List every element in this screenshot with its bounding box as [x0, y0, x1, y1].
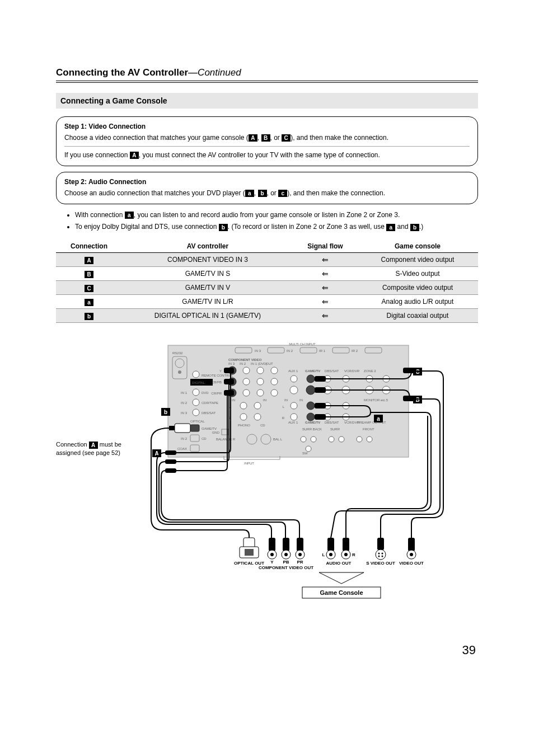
svg-point-157	[298, 553, 302, 556]
svg-text:IN 1: IN 1	[181, 391, 188, 395]
cell-flow: ⇐	[293, 309, 357, 323]
step1-line2-post: , you must connect the AV controller to …	[139, 151, 380, 159]
svg-text:IN 2: IN 2	[181, 437, 188, 440]
th-av: AV controller	[122, 240, 293, 253]
svg-point-37	[193, 389, 199, 396]
svg-text:DIGITAL: DIGITAL	[192, 381, 205, 384]
svg-text:IN: IN	[284, 398, 288, 402]
svg-text:IN 2: IN 2	[181, 401, 188, 405]
badge-b: b	[410, 224, 419, 231]
cell-connection: b	[56, 309, 122, 323]
svg-text:GAME/TV: GAME/TV	[202, 427, 217, 430]
svg-point-28	[243, 389, 250, 396]
note-text: .)	[419, 223, 423, 231]
svg-point-31	[257, 389, 264, 396]
svg-point-174	[382, 553, 383, 555]
cell-flow: ⇐	[293, 267, 357, 281]
svg-point-90	[307, 402, 315, 410]
step2-line1-post: ), and then make the connection.	[287, 189, 385, 197]
table-row: bDIGITAL OPTICAL IN 1 (GAME/TV)⇐Digital …	[56, 309, 478, 323]
svg-point-55	[193, 371, 199, 378]
wiring-svg: RS232 IN 3 IN 2 IR 1 IR 2 MULTI CH INPUT…	[134, 340, 448, 608]
badge-b: b	[258, 190, 267, 197]
svg-text:BALANCE R: BALANCE R	[216, 438, 236, 441]
svg-text:a: a	[377, 416, 380, 422]
badge-a: a	[386, 224, 395, 231]
note-text: . (To record or listen in Zone 2 or Zone…	[228, 223, 386, 231]
svg-text:INPUT: INPUT	[244, 462, 254, 465]
cell-av: GAME/TV IN S	[122, 267, 293, 281]
conn-badge: a	[85, 299, 93, 306]
connection-table: Connection AV controller Signal flow Gam…	[56, 240, 478, 323]
svg-point-167	[344, 553, 348, 556]
svg-text:CD: CD	[202, 437, 207, 440]
svg-rect-147	[245, 549, 254, 556]
svg-point-180	[410, 553, 413, 556]
notes-list: With connection a, you can listen to and…	[56, 210, 478, 232]
cell-gc: Component video output	[357, 253, 478, 267]
page-number: 39	[56, 643, 478, 658]
svg-text:COAX: COAX	[177, 447, 187, 450]
caption-text: Connection	[56, 441, 89, 448]
th-flow: Signal flow	[293, 240, 357, 253]
cell-av: DIGITAL OPTICAL IN 1 (GAME/TV)	[122, 309, 293, 323]
svg-text:PB: PB	[283, 560, 289, 565]
note-text: With connection	[75, 211, 125, 219]
svg-rect-162	[327, 538, 334, 551]
svg-point-81	[291, 375, 297, 382]
svg-rect-124	[169, 426, 175, 430]
svg-text:VCR/DVR: VCR/DVR	[344, 369, 360, 373]
svg-text:VIDEO OUT: VIDEO OUT	[399, 561, 424, 566]
svg-text:SW: SW	[302, 452, 308, 455]
svg-text:PHONO: PHONO	[238, 424, 250, 427]
badge-a: a	[245, 190, 254, 197]
step1-line1-post: ), and then make the connection.	[291, 134, 388, 142]
svg-point-26	[243, 367, 250, 374]
svg-text:IR 2: IR 2	[352, 349, 358, 353]
note-text: and	[395, 223, 410, 231]
note-text: To enjoy Dolby Digital and DTS, use conn…	[75, 223, 219, 231]
svg-text:GND: GND	[212, 431, 220, 434]
svg-point-40	[193, 399, 199, 406]
svg-text:SURR: SURR	[330, 428, 340, 431]
conn-badge: B	[85, 271, 93, 278]
svg-text:DBS/SAT: DBS/SAT	[202, 411, 216, 415]
cell-av: GAME/TV IN L/R	[122, 295, 293, 309]
svg-point-105	[301, 436, 306, 442]
svg-rect-136	[224, 368, 234, 373]
svg-text:CD: CD	[260, 424, 265, 427]
svg-point-94	[307, 413, 315, 421]
th-connection: Connection	[56, 240, 122, 253]
svg-rect-149	[269, 538, 275, 551]
svg-point-3	[178, 370, 181, 374]
svg-point-86	[306, 386, 315, 395]
svg-text:FRONT: FRONT	[363, 428, 374, 431]
th-gc: Game console	[357, 240, 478, 253]
svg-text:IN 1 (DVD): IN 1 (DVD)	[251, 362, 267, 365]
conn-badge: b	[85, 313, 93, 320]
conn-badge: C	[85, 285, 93, 292]
step2-line1: Choose an audio connection that matches …	[64, 188, 470, 198]
svg-text:RS232: RS232	[172, 351, 183, 355]
svg-point-59	[240, 414, 247, 420]
svg-text:COMPONENT VIDEO: COMPONENT VIDEO	[228, 358, 262, 361]
svg-text:IN 2: IN 2	[240, 362, 246, 365]
cell-gc: Digital coaxial output	[357, 309, 478, 323]
table-row: ACOMPONENT VIDEO IN 3⇐Component video ou…	[56, 253, 478, 267]
svg-text:GAME/TV: GAME/TV	[305, 369, 320, 373]
svg-text:R: R	[352, 552, 355, 557]
svg-text:ZONE 2: ZONE 2	[364, 369, 376, 373]
svg-rect-135	[165, 468, 176, 473]
conn-badge: A	[85, 257, 93, 264]
svg-point-57	[240, 402, 247, 409]
svg-text:Y: Y	[270, 560, 274, 565]
svg-point-110	[367, 436, 372, 442]
svg-rect-47	[190, 425, 199, 431]
svg-rect-143	[315, 403, 326, 408]
step1-title: Step 1: Video Connection	[64, 121, 470, 132]
badge-c: c	[278, 190, 287, 197]
svg-text:MONITOR: MONITOR	[364, 398, 380, 402]
cell-gc: Composite video output	[357, 281, 478, 295]
svg-point-173	[378, 553, 380, 555]
sep: , or	[267, 189, 279, 197]
